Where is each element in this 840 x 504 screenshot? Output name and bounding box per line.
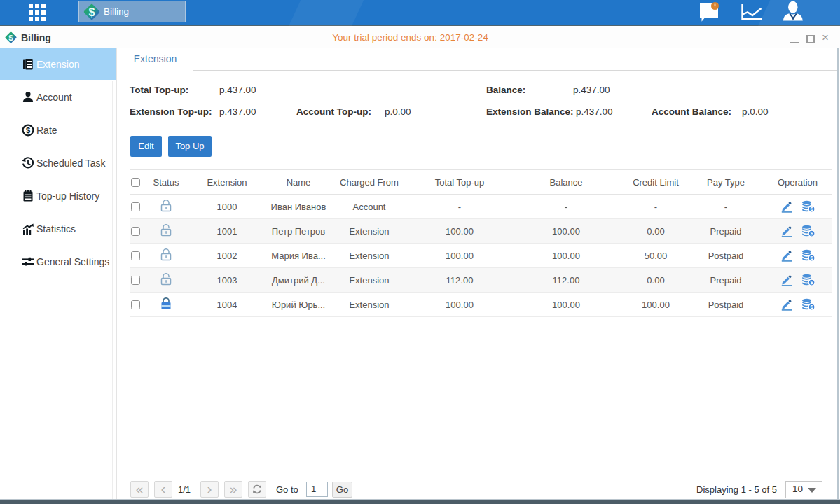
svg-text:$: $ [89,6,95,18]
svg-text:$: $ [26,126,30,134]
